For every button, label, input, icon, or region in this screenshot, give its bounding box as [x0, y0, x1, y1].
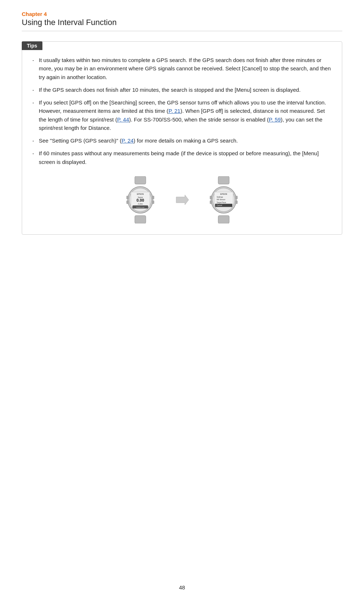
tip-text: See "Setting GPS (GPS search)" (P. 24) f… [39, 137, 238, 144]
list-item: If you select [GPS off] on the [Searchin… [32, 98, 332, 132]
svg-rect-30 [210, 201, 212, 204]
svg-text:EPSON: EPSON [220, 193, 227, 195]
svg-rect-11 [152, 196, 154, 199]
svg-text:Settings: Settings [217, 196, 223, 198]
svg-rect-16 [218, 176, 229, 184]
watch-right-image: EPSON Settings HR Sensor Target Pace Can… [200, 176, 247, 223]
svg-text:Target Pace: Target Pace [217, 201, 226, 203]
list-item: See "Setting GPS (GPS search)" (P. 24) f… [32, 136, 332, 145]
svg-rect-13 [127, 196, 128, 199]
tips-box: Tips It usually takes within two minutes… [22, 41, 342, 235]
link-p44[interactable]: P. 44 [117, 116, 129, 123]
svg-marker-15 [176, 195, 189, 205]
svg-text:EPSON: EPSON [137, 193, 144, 195]
svg-text:Cancel: Cancel [217, 205, 222, 206]
svg-rect-0 [135, 176, 146, 184]
chapter-label: Chapter 4 [22, 11, 342, 17]
tip-text: If 60 minutes pass without any measureme… [39, 150, 319, 165]
transition-arrow [175, 193, 189, 207]
tip-text: It usually takes within two minutes to c… [39, 57, 331, 80]
svg-rect-1 [135, 215, 146, 223]
svg-rect-17 [218, 215, 229, 223]
tips-label: Tips [22, 41, 42, 50]
link-p59[interactable]: P. 59 [269, 116, 281, 123]
svg-text:HR Sensor: HR Sensor [217, 199, 226, 201]
tips-content: It usually takes within two minutes to c… [22, 56, 342, 223]
svg-rect-12 [152, 201, 154, 204]
list-item: If the GPS search does not finish after … [32, 86, 332, 94]
list-item: If 60 minutes pass without any measureme… [32, 149, 332, 166]
tips-list: It usually takes within two minutes to c… [32, 56, 332, 166]
svg-rect-29 [210, 196, 212, 199]
svg-text:/1.0mi: /1.0mi [138, 203, 142, 205]
svg-text:Hold to exit: Hold to exit [136, 206, 144, 208]
svg-text:0.00: 0.00 [136, 198, 144, 202]
svg-rect-27 [236, 196, 237, 199]
list-item: It usually takes within two minutes to c… [32, 56, 332, 81]
watch-left-image: EPSON Sprint 0.00 /1.0mi Hold to exit [117, 176, 164, 223]
tip-text: If you select [GPS off] on the [Searchin… [39, 99, 326, 131]
svg-rect-28 [236, 201, 237, 204]
link-p24[interactable]: P. 24 [121, 137, 133, 144]
tip-text: If the GPS search does not finish after … [39, 87, 301, 93]
link-p21[interactable]: P. 21 [169, 108, 181, 114]
svg-rect-14 [127, 201, 128, 204]
chapter-title: Using the Interval Function [22, 18, 342, 27]
watch-images-row: EPSON Sprint 0.00 /1.0mi Hold to exit [32, 176, 332, 223]
title-divider [22, 31, 342, 31]
page-number: 48 [179, 584, 185, 590]
